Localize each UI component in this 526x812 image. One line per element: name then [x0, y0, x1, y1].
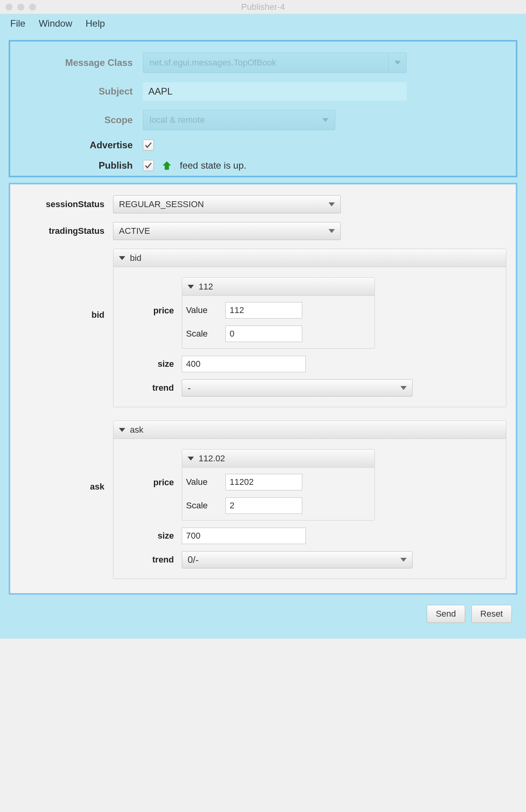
menu-window[interactable]: Window — [39, 18, 72, 29]
check-icon — [144, 161, 153, 170]
ask-size-label: size — [123, 531, 182, 541]
bid-trend-label: trend — [123, 383, 182, 393]
ask-scale-input[interactable] — [225, 497, 302, 514]
bid-price-box: 112 Value Scale — [182, 277, 375, 349]
ask-value-input[interactable] — [225, 474, 302, 490]
publish-label: Publish — [17, 160, 143, 171]
bid-panel-header[interactable]: bid — [113, 249, 506, 267]
ask-panel-header[interactable]: ask — [113, 421, 506, 439]
bid-panel: bid price 112 — [113, 249, 506, 407]
ask-panel-title: ask — [130, 425, 143, 435]
ask-size-input[interactable] — [182, 528, 306, 544]
ask-value-label: Value — [186, 477, 225, 487]
ask-price-label: price — [123, 477, 182, 488]
chevron-down-icon — [329, 229, 335, 233]
button-bar: Send Reset — [9, 595, 517, 623]
menu-file[interactable]: File — [10, 18, 26, 29]
chevron-down-icon — [322, 118, 329, 122]
bid-size-input[interactable] — [182, 356, 306, 372]
message-class-label: Message Class — [17, 57, 143, 68]
trading-status-value: ACTIVE — [119, 226, 150, 236]
bid-panel-title: bid — [130, 253, 141, 263]
ask-price-header[interactable]: 112.02 — [182, 450, 374, 468]
chevron-down-icon — [400, 558, 407, 562]
chevron-down-icon — [400, 386, 407, 390]
chevron-down-icon — [188, 457, 194, 461]
minimize-icon[interactable] — [17, 4, 24, 11]
message-fields-panel: sessionStatus REGULAR_SESSION tradingSta… — [9, 183, 517, 595]
scope-label: Scope — [17, 115, 143, 126]
feed-state-text: feed state is up. — [180, 160, 246, 171]
advertise-checkbox[interactable] — [143, 140, 154, 151]
bid-size-label: size — [123, 359, 182, 369]
session-status-label: sessionStatus — [20, 199, 113, 209]
message-class-combo[interactable]: net.sf.egui.messages.TopOfBook — [143, 53, 407, 73]
advertise-label: Advertise — [17, 140, 143, 151]
bid-price-header[interactable]: 112 — [182, 278, 374, 296]
publisher-config-panel: Message Class net.sf.egui.messages.TopOf… — [9, 40, 517, 177]
bid-value-label: Value — [186, 305, 225, 315]
bid-trend-value: - — [188, 382, 191, 393]
session-status-combo[interactable]: REGULAR_SESSION — [113, 195, 341, 213]
traffic-lights — [5, 4, 36, 11]
arrow-up-icon — [162, 160, 172, 171]
ask-trend-value: 0/- — [188, 554, 199, 565]
close-icon[interactable] — [5, 4, 13, 11]
bid-price-label: price — [123, 306, 182, 316]
window-titlebar: Publisher-4 — [0, 0, 526, 14]
check-icon — [144, 141, 153, 149]
scope-combo[interactable]: local & remote — [143, 110, 335, 130]
ask-price-header-value: 112.02 — [199, 453, 225, 464]
menu-help[interactable]: Help — [86, 18, 105, 29]
chevron-down-icon — [329, 202, 335, 206]
ask-trend-label: trend — [123, 555, 182, 565]
window-title: Publisher-4 — [0, 2, 526, 12]
subject-label: Subject — [17, 86, 143, 97]
publish-checkbox[interactable] — [143, 160, 154, 171]
ask-panel: ask price 112.02 — [113, 421, 506, 579]
chevron-down-icon — [119, 256, 125, 260]
chevron-down-icon — [119, 428, 125, 432]
ask-trend-combo[interactable]: 0/- — [182, 551, 413, 568]
trading-status-combo[interactable]: ACTIVE — [113, 222, 341, 240]
subject-input[interactable] — [143, 82, 407, 100]
session-status-value: REGULAR_SESSION — [119, 199, 204, 209]
ask-price-box: 112.02 Value Scale — [182, 449, 375, 521]
bid-scale-label: Scale — [186, 329, 225, 339]
menu-bar: File Window Help — [0, 14, 526, 33]
reset-button[interactable]: Reset — [471, 605, 512, 623]
message-class-value: net.sf.egui.messages.TopOfBook — [150, 58, 276, 68]
zoom-icon[interactable] — [29, 4, 36, 11]
bid-trend-combo[interactable]: - — [182, 379, 413, 397]
bid-price-header-value: 112 — [199, 282, 213, 292]
ask-side-label: ask — [20, 482, 113, 492]
bid-scale-input[interactable] — [225, 326, 302, 342]
chevron-down-icon — [388, 53, 406, 73]
bid-value-input[interactable] — [225, 302, 302, 319]
chevron-down-icon — [188, 285, 194, 289]
bid-side-label: bid — [20, 310, 113, 320]
trading-status-label: tradingStatus — [20, 226, 113, 236]
ask-scale-label: Scale — [186, 501, 225, 511]
scope-value: local & remote — [150, 115, 205, 125]
send-button[interactable]: Send — [427, 605, 465, 623]
